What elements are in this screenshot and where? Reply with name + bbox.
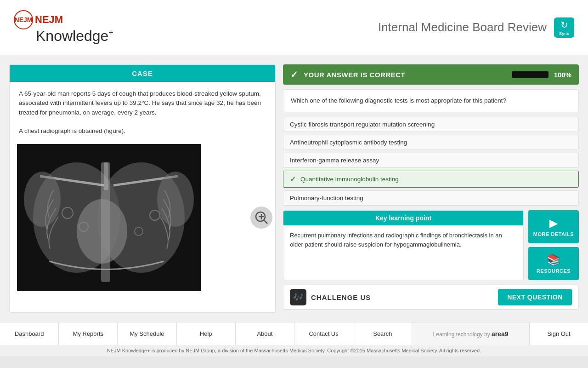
- challenge-left: 🎶 CHALLENGE US: [290, 289, 371, 305]
- nav-area9: Learning technology by area9: [412, 322, 529, 345]
- option-text-3: Quantitative immunoglobulin testing: [300, 176, 399, 183]
- logo-nejm: NEJM NEJM: [14, 10, 113, 29]
- more-details-label: MORE DETAILS: [533, 231, 574, 237]
- option-text-1: Antineutrophil cytoplasmic antibody test…: [290, 139, 407, 146]
- svg-point-12: [157, 172, 194, 227]
- sync-label: Sync: [559, 31, 569, 36]
- challenge-text: CHALLENGE US: [311, 293, 371, 301]
- answer-checkmark-icon: ✓: [290, 69, 298, 80]
- nav-dashboard[interactable]: Dashboard: [0, 322, 59, 345]
- xray-container: [17, 144, 268, 291]
- option-row-4[interactable]: Pulmonary-function testing: [283, 190, 579, 206]
- area9-text: Learning technology by area9: [433, 330, 509, 338]
- option-row-0[interactable]: Cystic fibrosis transport regulator muta…: [283, 117, 579, 132]
- option-checkmark-icon: ✓: [290, 175, 296, 184]
- book-icon: 📚: [547, 253, 560, 266]
- case-paragraph-2: A chest radiograph is obtained (figure).: [19, 126, 266, 136]
- xray-svg: [17, 144, 201, 291]
- sync-icon: ↻: [560, 19, 568, 30]
- xray-image: [17, 144, 201, 291]
- answer-text: YOUR ANSWER IS CORRECT: [304, 71, 506, 79]
- header-title: Internal Medicine Board Review: [378, 20, 547, 34]
- option-row-3[interactable]: ✓Quantitative immunoglobulin testing: [283, 171, 579, 188]
- option-row-2[interactable]: Interferon-gamma release assay: [283, 153, 579, 168]
- right-panel: ✓ YOUR ANSWER IS CORRECT 100% Which one …: [283, 64, 579, 313]
- nav-about[interactable]: About: [236, 322, 294, 345]
- play-icon: ▶: [549, 217, 558, 230]
- case-header: CASE: [10, 65, 275, 82]
- question-area: Which one of the following diagnostic te…: [283, 89, 579, 112]
- option-text-4: Pulmonary-function testing: [290, 195, 363, 201]
- nav-my-schedule[interactable]: My Schedule: [118, 322, 176, 345]
- logo-knowledge-text: Knowledge+: [36, 28, 113, 45]
- logo-circle: NEJM: [14, 10, 33, 29]
- logo-area: NEJM NEJM Knowledge+: [14, 10, 113, 45]
- zoom-button[interactable]: [250, 207, 272, 229]
- sync-button[interactable]: ↻ Sync: [554, 17, 574, 38]
- header: NEJM NEJM Knowledge+ Internal Medicine B…: [0, 0, 588, 55]
- bottom-row: Key learning point Recurrent pulmonary i…: [283, 210, 579, 280]
- nav-contact-us[interactable]: Contact Us: [294, 322, 353, 345]
- nav-search[interactable]: Search: [353, 322, 412, 345]
- option-row-1[interactable]: Antineutrophil cytoplasmic antibody test…: [283, 135, 579, 150]
- options-list: Cystic fibrosis transport regulator muta…: [283, 117, 579, 206]
- more-details-button[interactable]: ▶ MORE DETAILS: [528, 210, 579, 243]
- key-learning-panel: Key learning point Recurrent pulmonary i…: [283, 210, 524, 280]
- key-learning-header: Key learning point: [283, 211, 523, 225]
- side-buttons: ▶ MORE DETAILS 📚 RESOURCES: [528, 210, 579, 280]
- resources-button[interactable]: 📚 RESOURCES: [528, 247, 579, 280]
- progress-bar-container: [512, 71, 548, 78]
- next-question-button[interactable]: NEXT QUESTION: [498, 289, 572, 305]
- case-paragraph-1: A 65-year-old man reports 5 days of coug…: [19, 89, 266, 117]
- svg-rect-13: [104, 162, 108, 190]
- percent-text: 100%: [554, 71, 571, 79]
- logo-nejm-text: NEJM: [35, 14, 63, 26]
- case-text: A 65-year-old man reports 5 days of coug…: [10, 82, 275, 140]
- answer-banner: ✓ YOUR ANSWER IS CORRECT 100%: [283, 64, 579, 85]
- footer-copyright: NEJM Knowledge+ is produced by NEJM Grou…: [0, 345, 588, 356]
- left-panel: CASE A 65-year-old man reports 5 days of…: [9, 64, 276, 313]
- challenge-icon-box: 🎶: [290, 289, 306, 305]
- nav-sign-out[interactable]: Sign Out: [530, 322, 588, 345]
- resources-label: RESOURCES: [537, 268, 571, 274]
- option-text-0: Cystic fibrosis transport regulator muta…: [290, 121, 435, 128]
- zoom-icon-svg: [254, 210, 269, 225]
- nav-my-reports[interactable]: My Reports: [59, 322, 118, 345]
- header-right: Internal Medicine Board Review ↻ Sync: [378, 17, 574, 38]
- svg-line-17: [264, 220, 267, 224]
- challenge-row: 🎶 CHALLENGE US NEXT QUESTION: [283, 285, 579, 310]
- svg-point-11: [24, 172, 61, 227]
- challenge-icon: 🎶: [293, 292, 303, 302]
- logo-circle-text: NEJM: [15, 16, 33, 23]
- question-text: Which one of the following diagnostic te…: [291, 96, 571, 105]
- option-text-2: Interferon-gamma release assay: [290, 157, 379, 164]
- main-content: CASE A 65-year-old man reports 5 days of…: [0, 55, 588, 322]
- nav-help[interactable]: Help: [177, 322, 236, 345]
- key-learning-text: Recurrent pulmonary infections and radio…: [283, 225, 523, 254]
- footer-nav: Dashboard My Reports My Schedule Help Ab…: [0, 322, 588, 345]
- progress-bar-fill: [512, 71, 548, 78]
